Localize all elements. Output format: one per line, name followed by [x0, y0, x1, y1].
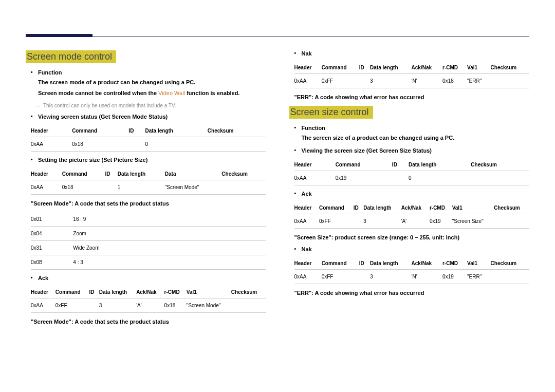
- modes-table: 0x0116 : 9 0x04Zoom 0x31Wide Zoom 0x0B4 …: [31, 212, 266, 270]
- right-column: Nak Header Command ID Data length Ack/Na…: [289, 50, 530, 330]
- nak-paragraph-size: "ERR": A code showing what error has occ…: [294, 289, 530, 296]
- view-status-table: Header Command ID Data length Checksum 0…: [31, 125, 266, 152]
- ack-table-size: Header Command ID Data length Ack/Nak r-…: [294, 202, 530, 229]
- tv-model-note: This control can only be used on models …: [38, 103, 266, 108]
- modes-paragraph: "Screen Mode": A code that sets the prod…: [31, 200, 266, 207]
- function-desc-2: Screen mode cannot be controlled when th…: [31, 89, 266, 97]
- function-label-size: Function: [294, 125, 530, 131]
- function-label: Function: [31, 69, 266, 76]
- nak-label-size: Nak: [294, 246, 530, 252]
- nak-label-mode: Nak: [294, 50, 530, 57]
- nak-table-size: Header Command ID Data length Ack/Nak r-…: [294, 257, 530, 284]
- viewing-status-label: Viewing screen status (Get Screen Mode S…: [31, 114, 266, 120]
- ack-label-size: Ack: [294, 191, 530, 197]
- section-title-screen-mode: Screen mode control: [26, 50, 116, 63]
- ack-paragraph-mode: "Screen Mode": A code that sets the prod…: [31, 318, 266, 325]
- ack-table-mode: Header Command ID Data length Ack/Nak r-…: [31, 286, 266, 313]
- setting-size-label: Setting the picture size (Set Picture Si…: [31, 157, 266, 163]
- size-paragraph: "Screen Size": product screen size (rang…: [294, 234, 530, 241]
- header-rule: [26, 36, 529, 36]
- header-accent: [26, 34, 92, 37]
- left-column: Screen mode control Function The screen …: [26, 50, 266, 330]
- view-size-table: Header Command ID Data length Checksum 0…: [294, 159, 530, 185]
- nak-table-mode: Header Command ID Data length Ack/Nak r-…: [294, 62, 530, 88]
- nak-paragraph-mode: "ERR": A code showing what error has occ…: [294, 94, 530, 101]
- set-size-table: Header Command ID Data length Data Check…: [31, 168, 266, 195]
- ack-label-mode: Ack: [31, 275, 266, 281]
- video-wall-text: Video Wall: [158, 90, 185, 96]
- content-columns: Screen mode control Function The screen …: [26, 50, 529, 330]
- function-desc-size: The screen size of a product can be chan…: [294, 134, 530, 142]
- viewing-size-label: Viewing the screen size (Get Screen Size…: [294, 147, 530, 154]
- section-title-screen-size: Screen size control: [289, 106, 373, 119]
- function-desc-1: The screen mode of a product can be chan…: [31, 79, 266, 86]
